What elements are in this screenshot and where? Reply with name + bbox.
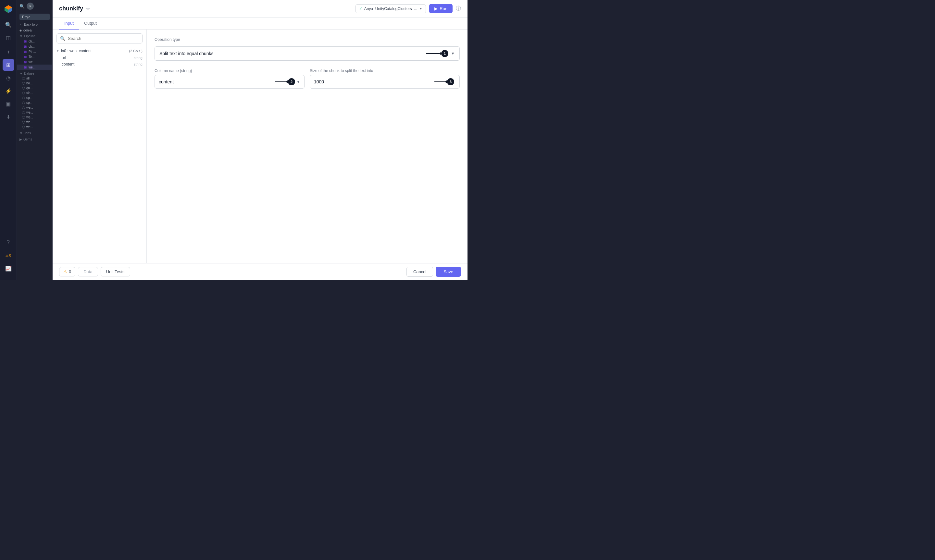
unit-tests-button[interactable]: Unit Tests [101,267,130,277]
jobs-label: Jobs [24,131,31,135]
close-button[interactable]: × [27,3,34,10]
cluster-selector[interactable]: ✓ Anya_UnityCatalogClusters_... ▼ [356,4,426,13]
dataset-circle-8: ◯ [22,111,25,114]
schema-parent-name: in0 : web_content [61,49,92,53]
sidebar-grid-icon[interactable]: ⊞ [3,59,14,71]
sidebar-layout-icon[interactable]: ▣ [3,98,14,110]
right-panel: Operation type Split text into equal chu… [147,29,467,263]
sidebar-activity-icon[interactable]: ⚡ [3,85,14,97]
column-name-input-row[interactable]: 2 ▼ [154,75,305,89]
dataset-circle-2: ◯ [22,82,25,85]
operation-type-row: Split text into equal chunks 1 ▼ [154,46,460,68]
schema-child-url[interactable]: url string [55,54,144,61]
dataset-item-6[interactable]: ◯ sp... [17,100,52,105]
pipelines-header[interactable]: ▼ Pipeline [17,34,52,38]
dataset-item-8[interactable]: ◯ we... [17,110,52,115]
info-icon[interactable]: ⓘ [456,5,461,12]
annotation-badge-2: 2 [288,78,295,85]
project-button[interactable]: Proje [20,14,50,20]
search-box[interactable]: 🔍 [57,34,143,43]
cluster-check-icon: ✓ [359,6,362,11]
datasets-header[interactable]: ▼ Datase [17,71,52,76]
pipeline-item-4[interactable]: ⊞ Te... [17,54,52,59]
dataset-item-5[interactable]: ◯ sp... [17,95,52,100]
pipeline-item-5[interactable]: ⊞ we... [17,59,52,65]
pipeline-grid-icon-3: ⊞ [23,50,27,54]
sidebar-search-icon[interactable]: 🔍 [3,19,14,31]
icon-sidebar: 🔍 ◫ ＋ ⊞ ◔ ⚡ ▣ ⬇ ? ⚠ 0 📈 [0,0,17,280]
schema-tree: ▼ in0 : web_content (2 Cols ) url string… [52,48,146,263]
operation-type-group: Operation type Split text into equal chu… [154,37,460,68]
file-tree: ▼ Pipeline ⊞ ch... ⊞ ch... ⊞ Pin... ⊞ Te… [17,33,52,280]
dataset-item-9[interactable]: ◯ we... [17,115,52,120]
dataset-circle-6: ◯ [22,101,25,104]
pipeline-item-2[interactable]: ⊞ ch... [17,44,52,49]
operation-type-dropdown[interactable]: Split text into equal chunks 1 ▼ [154,46,460,61]
cluster-chevron-icon: ▼ [419,7,422,11]
chunk-size-input-row[interactable]: 3 [310,75,460,89]
dataset-item-4[interactable]: ◯ sla... [17,91,52,95]
dataset-item-1[interactable]: ◯ all_ [17,76,52,81]
dataset-circle-10: ◯ [22,121,25,124]
schema-child-url-name: url [62,55,134,60]
tab-input[interactable]: Input [59,17,79,29]
sidebar-clock-icon[interactable]: ◔ [3,72,14,84]
jobs-header[interactable]: ▼ Jobs [17,131,52,135]
sidebar-help-icon[interactable]: ? [3,237,14,248]
gen-ai-item[interactable]: ◈ gen-ai [17,28,52,33]
warning-count: 0 [69,269,71,274]
left-panel: 🔍 × Proje ← Back to p ◈ gen-ai ▼ Pipelin… [17,0,52,280]
column-name-input[interactable] [159,79,275,85]
pipeline-item-1[interactable]: ⊞ ch... [17,38,52,44]
column-name-dropdown-icon[interactable]: ▼ [296,80,300,84]
tab-output[interactable]: Output [79,17,102,29]
operation-type-label: Operation type [154,37,460,42]
dataset-circle-1: ◯ [22,77,25,80]
search-box-icon: 🔍 [60,36,65,41]
pipelines-label: Pipeline [24,34,36,38]
pipeline-grid-icon-4: ⊞ [23,55,27,59]
chunk-size-label: Size of the chunk to split the text into [310,68,460,73]
search-input[interactable] [68,36,139,41]
chunk-size-input[interactable] [314,79,434,85]
panel-header: 🔍 × [17,0,52,12]
datasets-section: ▼ Datase ◯ all_ ◯ bo... ◯ qu... ◯ sla...… [17,71,52,130]
sidebar-photo-icon[interactable]: ◫ [3,32,14,43]
dataset-item-3[interactable]: ◯ qu... [17,86,52,91]
save-button[interactable]: Save [436,267,461,277]
data-button[interactable]: Data [78,267,98,277]
content-area: 🔍 ▼ in0 : web_content (2 Cols ) url stri… [52,29,467,263]
sidebar-plus-icon[interactable]: ＋ [3,46,14,58]
pipeline-grid-icon-6: ⊞ [23,65,27,69]
dataset-item-10[interactable]: ◯ we... [17,120,52,125]
dataset-circle-9: ◯ [22,116,25,119]
dataset-item-11[interactable]: ◯ we... [17,125,52,129]
dropdown-chevron-icon: ▼ [451,51,455,56]
dataset-item-7[interactable]: ◯ we... [17,105,52,110]
schema-parent-header[interactable]: ▼ in0 : web_content (2 Cols ) [55,48,144,54]
operation-type-value: Split text into equal chunks [159,51,426,56]
schema-triangle-icon: ▼ [57,50,59,52]
chunk-size-group: Size of the chunk to split the text into… [310,68,460,89]
annotation-badge-1: 1 [441,50,448,57]
run-button[interactable]: ▶ Run [429,4,453,13]
dataset-item-2[interactable]: ◯ bo... [17,81,52,86]
schema-child-content[interactable]: content string [55,61,144,68]
main-content: chunkify ✏ ✓ Anya_UnityCatalogClusters_.… [52,0,467,280]
gems-header[interactable]: ▶ Gems [17,137,52,142]
dataset-circle-5: ◯ [22,96,25,99]
cancel-button[interactable]: Cancel [407,267,433,277]
datasets-label: Datase [24,72,34,75]
datasets-arrow: ▼ [20,72,23,75]
cluster-name: Anya_UnityCatalogClusters_... [364,6,417,11]
edit-icon[interactable]: ✏ [86,6,90,11]
sidebar-chart-icon[interactable]: 📈 [3,263,14,274]
sidebar-download-icon[interactable]: ⬇ [3,111,14,123]
pipeline-item-6[interactable]: ⊞ we... [17,65,52,70]
gen-ai-icon: ◈ [20,29,22,32]
run-play-icon: ▶ [434,6,437,11]
back-link[interactable]: ← Back to p [17,22,52,28]
warning-button[interactable]: ⚠ 0 [59,267,75,277]
pipeline-item-3[interactable]: ⊞ Pin... [17,49,52,54]
dataset-circle-11: ◯ [22,126,25,128]
